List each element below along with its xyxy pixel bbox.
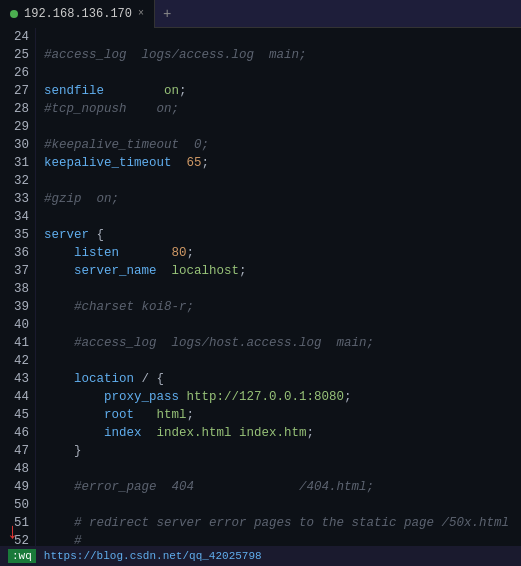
arrow-indicator: ↓: [6, 522, 19, 544]
line-number: 49: [6, 478, 29, 496]
code-line: #access_log logs/host.access.log main;: [44, 334, 513, 352]
line-number: 47: [6, 442, 29, 460]
line-number: 33: [6, 190, 29, 208]
code-line: [44, 172, 513, 190]
line-number: 48: [6, 460, 29, 478]
line-number: 29: [6, 118, 29, 136]
code-line: server_name localhost;: [44, 262, 513, 280]
line-number: 27: [6, 82, 29, 100]
line-number: 37: [6, 262, 29, 280]
code-line: [44, 208, 513, 226]
code-line: listen 80;: [44, 244, 513, 262]
code-line: location / {: [44, 370, 513, 388]
line-number: 42: [6, 352, 29, 370]
code-line: [44, 316, 513, 334]
line-number: 35: [6, 226, 29, 244]
code-line: root html;: [44, 406, 513, 424]
line-number: 43: [6, 370, 29, 388]
code-area[interactable]: #access_log logs/access.log main; sendfi…: [36, 28, 521, 566]
tab-bar: 192.168.136.170 × +: [0, 0, 521, 28]
wq-badge: :wq: [8, 549, 36, 563]
code-line: #error_page 404 /404.html;: [44, 478, 513, 496]
line-number: 50: [6, 496, 29, 514]
code-line: [44, 118, 513, 136]
new-tab-button[interactable]: +: [155, 6, 179, 22]
code-line: proxy_pass http://127.0.0.1:8080;: [44, 388, 513, 406]
line-number: 26: [6, 64, 29, 82]
line-number: 40: [6, 316, 29, 334]
code-line: }: [44, 442, 513, 460]
line-number: 44: [6, 388, 29, 406]
code-line: #access_log logs/access.log main;: [44, 46, 513, 64]
line-number: 38: [6, 280, 29, 298]
line-number: 34: [6, 208, 29, 226]
code-line: #gzip on;: [44, 190, 513, 208]
code-line: #charset koi8-r;: [44, 298, 513, 316]
code-line: #tcp_nopush on;: [44, 100, 513, 118]
line-number: 28: [6, 100, 29, 118]
code-line: [44, 28, 513, 46]
line-number: 46: [6, 424, 29, 442]
line-number: 41: [6, 334, 29, 352]
code-line: [44, 64, 513, 82]
editor: 2425262728293031323334353637383940414243…: [0, 28, 521, 566]
line-number: 45: [6, 406, 29, 424]
code-line: # redirect server error pages to the sta…: [44, 514, 513, 532]
code-line: #keepalive_timeout 0;: [44, 136, 513, 154]
code-line: keepalive_timeout 65;: [44, 154, 513, 172]
url-bar: https://blog.csdn.net/qq_42025798: [44, 550, 262, 562]
line-number: 39: [6, 298, 29, 316]
statusbar: :wq https://blog.csdn.net/qq_42025798: [0, 546, 521, 566]
tab-close-icon[interactable]: ×: [138, 8, 144, 19]
code-line: [44, 460, 513, 478]
code-line: server {: [44, 226, 513, 244]
tab-active[interactable]: 192.168.136.170 ×: [0, 0, 155, 28]
code-line: sendfile on;: [44, 82, 513, 100]
line-numbers: 2425262728293031323334353637383940414243…: [0, 28, 36, 566]
tab-dot: [10, 10, 18, 18]
line-number: 24: [6, 28, 29, 46]
code-line: [44, 496, 513, 514]
tab-title: 192.168.136.170: [24, 7, 132, 21]
line-number: 36: [6, 244, 29, 262]
code-line: [44, 352, 513, 370]
line-number: 30: [6, 136, 29, 154]
line-number: 31: [6, 154, 29, 172]
line-number: 32: [6, 172, 29, 190]
line-number: 25: [6, 46, 29, 64]
code-line: index index.html index.htm;: [44, 424, 513, 442]
code-line: [44, 280, 513, 298]
